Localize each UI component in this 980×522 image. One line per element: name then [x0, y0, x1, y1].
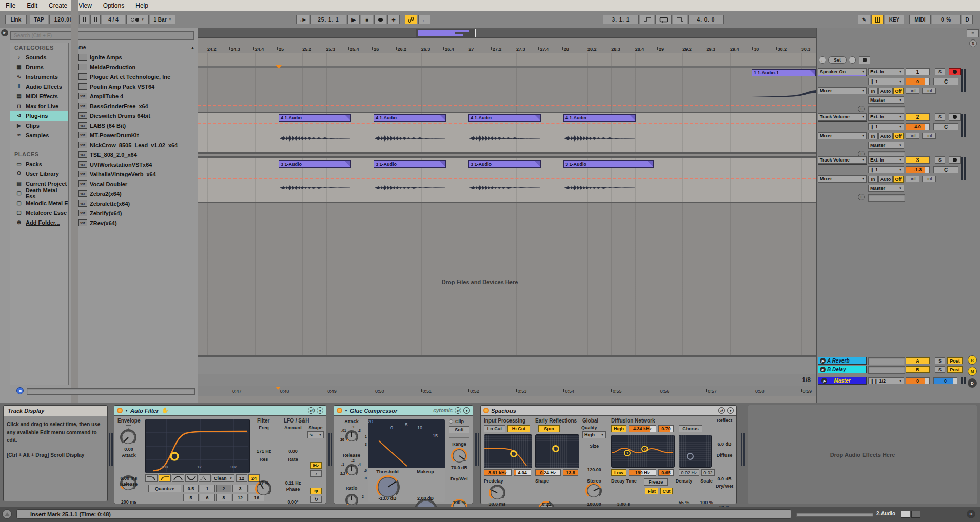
spin-button[interactable]: Spin	[538, 425, 560, 432]
io-section-button[interactable]: ≡	[967, 29, 979, 37]
clip-title-bar[interactable]: 3 1-Audio	[563, 160, 654, 168]
browser-list-item[interactable]: VST MT-PowerDrumKit	[69, 130, 198, 140]
audio-clip[interactable]: 3 1-Audio	[374, 160, 446, 197]
spin-rate-field[interactable]: 0.24 Hz	[535, 469, 561, 476]
master-volume-field[interactable]: 0	[906, 377, 930, 384]
rate-sync-button[interactable]: ♪	[310, 470, 322, 477]
quality-chooser[interactable]: High	[582, 431, 606, 438]
master-track-header[interactable]: ▶ Master ❙❙ 1/2 0 0	[818, 377, 966, 386]
quantize-amount-button[interactable]: 2	[216, 485, 231, 492]
sidebar-category-item[interactable]: ‖ Audio Effects	[10, 82, 68, 91]
locut-button[interactable]: Lo Cut	[484, 425, 505, 432]
time-ruler[interactable]: 0:470:480:490:500:510:520:530:540:550:56…	[198, 386, 816, 396]
arrangement-overview[interactable]	[198, 28, 816, 38]
device-title-bar[interactable]: ▼ Auto Filter ✋ ⇄ ●	[114, 406, 326, 416]
track-header[interactable]: ▼ 2 Audio Mixer Track Volume + Ext. In ❙…	[818, 113, 966, 154]
soft-clip-button[interactable]: Soft	[449, 426, 469, 433]
dn-high-button[interactable]: High	[611, 425, 626, 432]
notch-type-button[interactable]	[185, 474, 198, 482]
input-channel-chooser[interactable]: ❙ 1	[868, 166, 904, 173]
phase-mode-button[interactable]: Φ	[310, 488, 322, 494]
link-button[interactable]: Link	[5, 15, 27, 24]
meter-peak-left[interactable]: -inf	[906, 88, 919, 94]
output-chooser[interactable]: Master	[868, 185, 904, 192]
track-header[interactable]: ▼ 3 Audio Mixer Track Volume + Ext. In ❙…	[818, 156, 966, 203]
save-preset-icon[interactable]: ●	[317, 407, 323, 414]
control-chooser[interactable]: Track Volume	[818, 113, 867, 121]
add-automation-lane-button[interactable]: +	[858, 194, 865, 200]
post-fader-button[interactable]: Post	[947, 357, 963, 364]
pan-field[interactable]: C	[933, 78, 958, 85]
mixer-chooser[interactable]: Mixer	[818, 87, 867, 94]
scroll-arrows-button[interactable]: ⇅	[969, 39, 977, 47]
track-number-button[interactable]: 3	[906, 156, 930, 164]
clip-title-bar[interactable]: 1 1-Audio-1	[752, 69, 816, 76]
nudge-up-button[interactable]	[90, 15, 101, 24]
dn-low-button[interactable]: Low	[611, 469, 626, 476]
master-lane[interactable]: 1/8	[198, 374, 816, 386]
crossfade-box[interactable]	[868, 194, 905, 202]
clip-title-bar[interactable]: 4 1-Audio	[563, 114, 636, 122]
return-number-button[interactable]: A	[906, 357, 930, 364]
return-io-box[interactable]	[868, 366, 905, 374]
loop-start-field[interactable]: 3. 1. 1	[603, 15, 639, 24]
hot-swap-icon[interactable]: ⇄	[455, 407, 461, 414]
punch-in-button[interactable]	[640, 15, 654, 24]
sidebar-category-item[interactable]: ⊓ Max for Live	[10, 101, 68, 111]
record-button[interactable]	[374, 15, 386, 24]
post-fader-button[interactable]: Post	[947, 366, 963, 373]
quantize-amount-button[interactable]: 1	[200, 485, 215, 492]
arm-button[interactable]	[949, 156, 961, 164]
metronome-button[interactable]	[126, 15, 149, 24]
return-io-box[interactable]	[868, 357, 905, 365]
beat-time-ruler[interactable]: 24.224.324.42525.225.325.42626.226.326.4…	[206, 45, 816, 53]
clip-1-audio-1[interactable]: 1 1-Audio-1	[752, 69, 816, 101]
rate-hz-button[interactable]: Hz	[310, 462, 322, 469]
quantize-menu[interactable]: 1 Bar	[150, 15, 175, 24]
control-chooser[interactable]: Speaker On	[818, 68, 867, 75]
nudge-down-button[interactable]	[79, 15, 89, 24]
set-marker-button[interactable]: Set	[828, 56, 847, 64]
sidebar-category-item[interactable]: ≈ Samples	[10, 130, 68, 140]
sidebar-place-item[interactable]: Ω User Library	[10, 169, 68, 178]
meter-peak-right[interactable]: -inf	[922, 176, 936, 182]
chorus-handle-icon[interactable]	[687, 453, 694, 460]
clip-title-bar[interactable]: 3 1-Audio	[468, 160, 541, 168]
key-map-button[interactable]: KEY	[885, 15, 904, 24]
sidebar-place-item[interactable]: ▭ Packs	[10, 159, 68, 169]
automation-line[interactable]	[198, 105, 816, 106]
input-channel-chooser[interactable]: ❙ 1	[868, 123, 904, 130]
track-1-lane[interactable]: 1 1-Audio-1	[198, 68, 816, 113]
expand-arrow-icon[interactable]	[71, 36, 78, 410]
highpass-type-button[interactable]	[159, 474, 171, 482]
envelope-amount-knob[interactable]	[120, 429, 136, 446]
return-track-header[interactable]: ▶ B Delay B S Post	[818, 366, 966, 374]
menu-item[interactable]: Options	[97, 2, 130, 9]
chorus-button[interactable]: Chorus	[679, 425, 702, 432]
browser-list-item[interactable]: ▷ Ignite Amps	[69, 52, 198, 62]
size-knob[interactable]	[585, 483, 602, 499]
glue-attack-knob[interactable]	[345, 430, 358, 443]
volume-field[interactable]: -1.3	[906, 166, 930, 173]
clip-view-toggle[interactable]	[901, 511, 910, 518]
browser-list-item[interactable]: VST LABS (64 Bit)	[69, 121, 198, 130]
info-toggle-icon[interactable]	[16, 387, 24, 394]
clip-title-bar[interactable]: 3 1-Audio	[279, 160, 351, 168]
audio-clip[interactable]: 4 1-Audio	[374, 114, 446, 151]
hot-swap-icon[interactable]: ⇄	[308, 407, 315, 414]
sidebar-category-item[interactable]: ▶ Clips	[10, 121, 68, 130]
dn-eq-display[interactable]: 1 2	[611, 435, 675, 468]
clip-title-bar[interactable]: 4 1-Audio	[374, 114, 446, 122]
quantize-amount-button[interactable]: 6	[200, 494, 215, 501]
return-track-name[interactable]: B Delay	[827, 367, 846, 372]
quantize-amount-button[interactable]: 12	[232, 494, 248, 501]
lfo-shape-chooser[interactable]: ∿	[307, 431, 324, 438]
volume-field[interactable]: 0	[906, 78, 930, 85]
track-number-button[interactable]: 1	[906, 68, 930, 75]
quantize-amount-button[interactable]: 8	[216, 494, 231, 501]
solo-button[interactable]: S	[935, 357, 945, 364]
lock-envelopes-button[interactable]	[859, 56, 870, 64]
menu-item[interactable]: Edit	[21, 2, 43, 9]
crossfade-box[interactable]	[868, 106, 905, 113]
browser-list-item[interactable]: VST Vocal Doubler	[69, 179, 198, 189]
